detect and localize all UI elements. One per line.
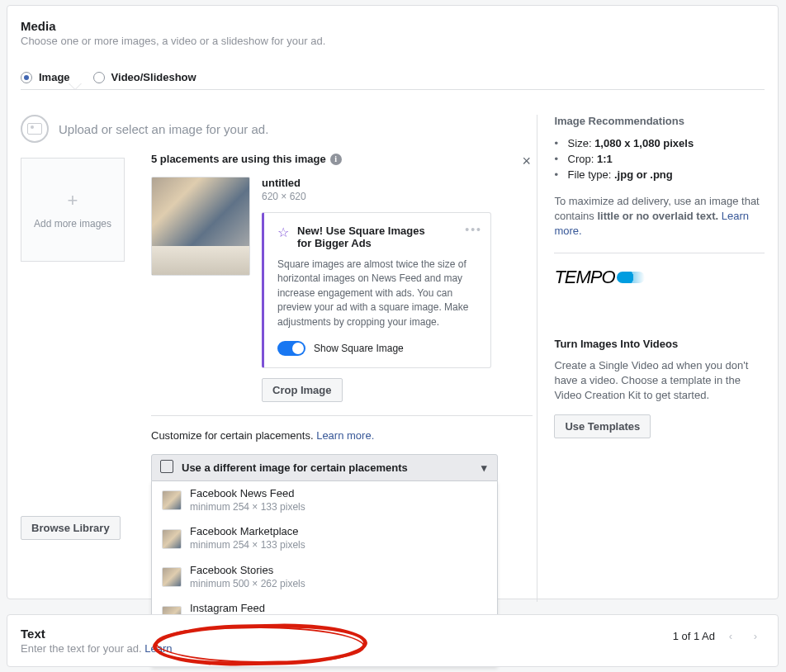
- picture-icon: [21, 115, 49, 143]
- image-dimensions: 620 × 620: [262, 191, 491, 202]
- customize-learn-more-link[interactable]: Learn more.: [316, 429, 374, 442]
- media-tabs: Image Video/Slideshow: [21, 65, 765, 90]
- placement-thumb-icon: [162, 490, 182, 510]
- turn-images-into-videos-body: Create a Single Video ad when you don't …: [554, 358, 765, 404]
- pager-prev-button[interactable]: ‹: [722, 627, 740, 645]
- plus-icon: +: [68, 190, 78, 211]
- image-filename: untitled: [262, 177, 491, 189]
- tempo-logo: TEMPO: [554, 267, 765, 288]
- text-card: Text Enter the text for your ad. Learn 1…: [7, 614, 779, 667]
- toggle-label: Show Square Image: [314, 343, 404, 354]
- rec-file-value: .jpg or .png: [614, 168, 673, 181]
- rec-filetype: File type: .jpg or .png: [554, 167, 765, 182]
- close-image-panel-button[interactable]: ×: [522, 153, 531, 170]
- upload-hint-text: Upload or select an image for your ad.: [59, 122, 268, 136]
- tip-body: Square images are almost twice the size …: [277, 258, 477, 329]
- info-icon[interactable]: i: [330, 154, 342, 165]
- star-icon: ☆: [277, 225, 289, 240]
- text-subtitle-prefix: Enter the text for your ad.: [21, 642, 142, 655]
- rec-crop-value: 1:1: [597, 153, 613, 165]
- upload-hint-row: Upload or select an image for your ad.: [21, 115, 525, 143]
- pager-next-button[interactable]: ›: [746, 627, 765, 645]
- dropdown-header-label: Use a different image for certain placem…: [182, 461, 408, 474]
- image-block: untitled 620 × 620 ☆ New! Use Square Ima…: [151, 177, 533, 368]
- tab-video-label: Video/Slideshow: [111, 71, 196, 83]
- browse-library-label: Browse Library: [31, 522, 110, 534]
- use-templates-label: Use Templates: [565, 420, 640, 433]
- media-card: Media Choose one or more images, a video…: [7, 5, 779, 599]
- browse-library-button[interactable]: Browse Library: [21, 516, 121, 540]
- placement-label: Facebook Marketplace: [190, 525, 305, 539]
- placements-using-text: 5 placements are using this image: [151, 153, 326, 165]
- media-left-col: Upload or select an image for your ad. +…: [21, 115, 525, 602]
- placement-sub: minimum 254 × 133 pixels: [190, 539, 305, 552]
- rec-size-value: 1,080 x 1,080 pixels: [594, 137, 694, 149]
- media-subtitle: Choose one or more images, a video or a …: [21, 35, 765, 47]
- tip-more-menu[interactable]: •••: [465, 223, 482, 236]
- placement-option-facebook-stories[interactable]: Facebook Stories minimum 500 × 262 pixel…: [152, 558, 497, 596]
- rec-crop: Crop: 1:1: [554, 151, 765, 167]
- recommendations-list: Size: 1,080 x 1,080 pixels Crop: 1:1 Fil…: [554, 135, 765, 182]
- text-title: Text: [21, 627, 173, 641]
- placement-option-facebook-news-feed[interactable]: Facebook News Feed minimum 254 × 133 pix…: [152, 481, 497, 519]
- image-recommendations-panel: Image Recommendations Size: 1,080 x 1,08…: [537, 115, 765, 602]
- placement-label: Facebook Stories: [190, 564, 305, 578]
- rec-file-label: File type:: [568, 168, 612, 181]
- add-more-images-button[interactable]: + Add more images: [21, 158, 125, 262]
- media-content: Upload or select an image for your ad. +…: [21, 115, 765, 602]
- rec-note-bold: little or no overlaid text.: [597, 210, 718, 222]
- media-title: Media: [21, 19, 765, 33]
- recommendations-title: Image Recommendations: [554, 115, 765, 127]
- crop-image-button[interactable]: Crop Image: [262, 378, 343, 402]
- turn-images-into-videos-title: Turn Images Into Videos: [554, 338, 765, 350]
- radio-unselected-icon: [93, 72, 105, 83]
- crop-image-label: Crop Image: [272, 384, 332, 396]
- rec-size-label: Size:: [568, 137, 592, 149]
- show-square-image-toggle[interactable]: [277, 341, 305, 356]
- recommendations-note: To maximize ad delivery, use an image th…: [554, 194, 765, 239]
- add-more-images-label: Add more images: [34, 218, 111, 230]
- tab-image[interactable]: Image: [21, 71, 70, 83]
- image-panel: 5 placements are using this image i × un…: [151, 153, 533, 667]
- image-thumbnail[interactable]: [151, 177, 250, 276]
- rec-crop-label: Crop:: [568, 153, 594, 165]
- placements-dropdown-toggle[interactable]: Use a different image for certain placem…: [151, 454, 498, 481]
- rec-size: Size: 1,080 x 1,080 pixels: [554, 135, 765, 151]
- tempo-logo-text: TEMPO: [554, 267, 614, 288]
- placement-option-facebook-marketplace[interactable]: Facebook Marketplace minimum 254 × 133 p…: [152, 519, 497, 557]
- tip-title: New! Use Square Images for Bigger Ads: [297, 225, 438, 249]
- placement-label: Facebook News Feed: [190, 487, 305, 501]
- placement-sub: minimum 500 × 262 pixels: [190, 578, 305, 591]
- placement-sub: minimum 254 × 133 pixels: [190, 501, 305, 514]
- ad-pager: 1 of 1 Ad ‹ ›: [673, 627, 765, 645]
- square-image-tip: ☆ New! Use Square Images for Bigger Ads …: [262, 212, 491, 368]
- ad-pager-label: 1 of 1 Ad: [673, 630, 715, 642]
- text-learn-link[interactable]: Learn: [144, 642, 172, 655]
- tab-image-label: Image: [39, 71, 70, 83]
- placements-using-line: 5 placements are using this image i: [151, 153, 533, 165]
- stack-icon: [162, 461, 173, 473]
- radio-selected-icon: [21, 72, 32, 83]
- image-meta: untitled 620 × 620 ☆ New! Use Square Ima…: [262, 177, 491, 368]
- customize-text: Customize for certain placements.: [151, 429, 314, 442]
- placement-thumb-icon: [162, 567, 182, 587]
- placement-thumb-icon: [162, 529, 182, 549]
- use-templates-button[interactable]: Use Templates: [554, 414, 651, 438]
- text-subtitle: Enter the text for your ad. Learn: [21, 642, 173, 655]
- tempo-swoosh-icon: [617, 272, 645, 283]
- chevron-down-icon: ▾: [481, 461, 487, 474]
- tab-video-slideshow[interactable]: Video/Slideshow: [93, 71, 196, 83]
- tab-indicator-icon: [69, 83, 82, 90]
